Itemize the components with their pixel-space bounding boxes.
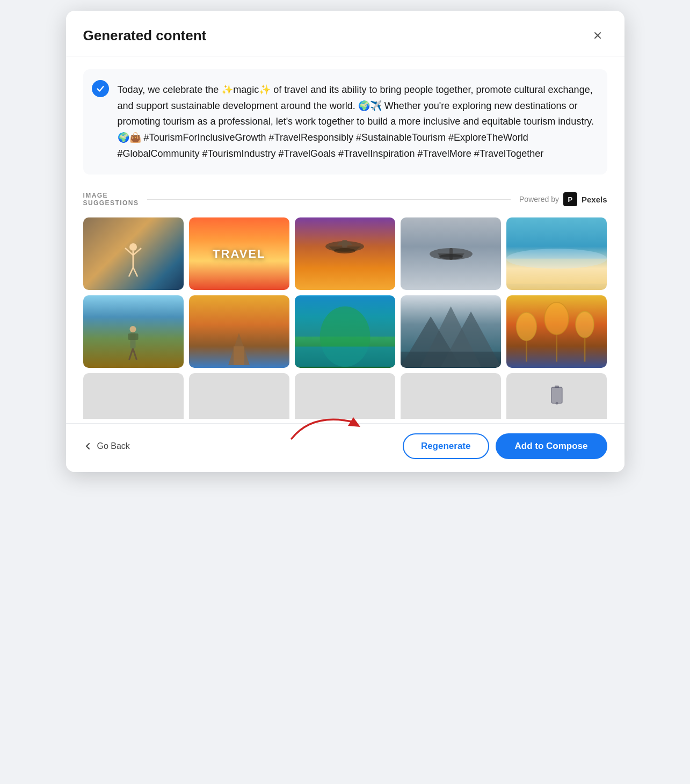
close-button[interactable] xyxy=(588,26,607,45)
svg-point-0 xyxy=(129,243,137,251)
content-card: Today, we celebrate the ✨magic✨ of trave… xyxy=(83,69,607,175)
svg-point-31 xyxy=(517,313,536,340)
check-icon xyxy=(92,80,109,97)
image-item-6[interactable] xyxy=(83,295,184,368)
svg-point-39 xyxy=(555,402,558,404)
svg-rect-30 xyxy=(401,352,501,367)
powered-by: Powered by P Pexels xyxy=(519,192,607,206)
image-grid-row-1: TRAVEL xyxy=(83,217,607,290)
image-grid-row-2 xyxy=(83,295,607,368)
image-item-12[interactable] xyxy=(189,373,289,419)
image-suggestions-label: IMAGE SUGGESTIONS xyxy=(83,192,139,207)
image-item-11[interactable] xyxy=(83,373,184,419)
svg-rect-26 xyxy=(295,347,395,367)
add-to-compose-button[interactable]: Add to Compose xyxy=(496,433,607,459)
footer-actions: Regenerate Add to Compose xyxy=(403,433,607,459)
svg-line-5 xyxy=(133,267,137,277)
modal-title: Generated content xyxy=(83,27,207,44)
svg-point-8 xyxy=(334,248,355,253)
image-item-8[interactable] xyxy=(295,295,395,368)
modal-footer: Go Back Regenerate Add to Compose xyxy=(66,423,624,472)
image-item-3[interactable] xyxy=(295,217,395,290)
svg-marker-10 xyxy=(337,242,353,245)
image-item-13[interactable] xyxy=(295,373,395,419)
svg-point-32 xyxy=(544,302,569,335)
modal-header: Generated content xyxy=(66,11,624,56)
svg-line-20 xyxy=(129,349,133,360)
image-item-10[interactable] xyxy=(506,295,607,368)
svg-rect-37 xyxy=(551,387,562,403)
modal-body: Today, we celebrate the ✨magic✨ of trave… xyxy=(66,56,624,419)
go-back-button[interactable]: Go Back xyxy=(83,441,130,451)
image-item-14[interactable] xyxy=(401,373,501,419)
image-grid-row-3 xyxy=(83,373,607,419)
image-item-5[interactable] xyxy=(506,217,607,290)
image-item-7[interactable] xyxy=(189,295,289,368)
image-item-15[interactable] xyxy=(506,373,607,419)
svg-rect-19 xyxy=(128,333,139,340)
go-back-label: Go Back xyxy=(97,441,130,451)
regenerate-button[interactable]: Regenerate xyxy=(403,433,489,459)
divider xyxy=(147,199,511,200)
image-item-9[interactable] xyxy=(401,295,501,368)
powered-by-label: Powered by xyxy=(519,195,559,204)
svg-line-21 xyxy=(133,349,137,360)
image-item-2[interactable]: TRAVEL xyxy=(189,217,289,290)
generated-text: Today, we celebrate the ✨magic✨ of trave… xyxy=(118,82,594,162)
svg-line-4 xyxy=(129,267,133,277)
svg-point-33 xyxy=(576,311,594,338)
image-item-1[interactable] xyxy=(83,217,184,290)
image-item-4[interactable] xyxy=(401,217,501,290)
pexels-name: Pexels xyxy=(582,195,607,204)
image-suggestions-header: IMAGE SUGGESTIONS Powered by P Pexels xyxy=(83,192,607,207)
svg-point-16 xyxy=(506,249,607,268)
svg-point-14 xyxy=(439,254,463,259)
svg-point-17 xyxy=(130,326,136,332)
svg-rect-23 xyxy=(234,346,244,365)
svg-rect-38 xyxy=(555,386,559,388)
generated-content-modal: Generated content Today, we celebrate th… xyxy=(66,11,624,472)
pexels-logo-icon: P xyxy=(563,192,577,206)
